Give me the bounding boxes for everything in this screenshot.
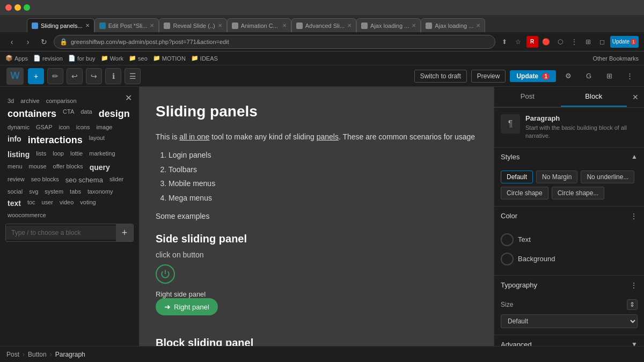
tag-offer-blocks[interactable]: offer blocks bbox=[51, 162, 85, 173]
close-traffic-light[interactable] bbox=[5, 4, 12, 11]
more-options-button[interactable]: ⋮ bbox=[621, 68, 638, 84]
right-panel-button[interactable]: ➜ Right panel bbox=[156, 298, 218, 315]
bookmark-seo[interactable]: 📁 seo bbox=[129, 55, 148, 62]
browser-tab-4[interactable]: Animation C... ✕ bbox=[227, 18, 291, 32]
breadcrumb-button[interactable]: Button bbox=[28, 351, 47, 358]
wp-logo[interactable]: W bbox=[6, 68, 24, 85]
minimize-traffic-light[interactable] bbox=[14, 4, 21, 11]
editor-area[interactable]: Sliding panels This is all in one tool t… bbox=[140, 87, 494, 346]
typography-section-header[interactable]: Typography ⋮ bbox=[494, 276, 644, 295]
tab-close-4[interactable]: ✕ bbox=[282, 23, 287, 28]
tag-svg[interactable]: svg bbox=[27, 187, 40, 196]
star-icon[interactable]: ☆ bbox=[513, 36, 524, 48]
tab-close-2[interactable]: ✕ bbox=[150, 23, 154, 28]
style-default-button[interactable]: Default bbox=[501, 171, 533, 183]
browser-tab-7[interactable]: Ajax loading ... ✕ bbox=[421, 18, 485, 32]
gravatar-icon-button[interactable]: G bbox=[581, 68, 597, 84]
block-search-input[interactable] bbox=[6, 226, 116, 240]
tab-close-6[interactable]: ✕ bbox=[412, 23, 416, 28]
browser-tab-6[interactable]: Ajax loading ... ✕ bbox=[356, 18, 421, 32]
tag-user[interactable]: user bbox=[40, 198, 55, 209]
extension-icon-4[interactable]: ⋮ bbox=[568, 36, 580, 48]
close-sidebar-button[interactable]: ✕ bbox=[122, 91, 135, 104]
tag-taxonomy[interactable]: taxonomy bbox=[85, 187, 115, 196]
undo-button[interactable]: ↩ bbox=[67, 68, 83, 84]
color-section-header[interactable]: Color ⋮ bbox=[494, 206, 644, 226]
browser-tab-5[interactable]: Advanced Sli... ✕ bbox=[291, 18, 356, 32]
breadcrumb-post[interactable]: Post bbox=[6, 351, 19, 358]
style-no-underline-button[interactable]: No underline... bbox=[581, 171, 634, 183]
extension-icon-5[interactable]: ⊞ bbox=[582, 36, 594, 48]
reload-button[interactable]: ↻ bbox=[38, 35, 50, 48]
tag-slider[interactable]: slider bbox=[107, 175, 126, 185]
preview-button[interactable]: Preview bbox=[471, 70, 506, 83]
tag-data[interactable]: data bbox=[78, 107, 94, 121]
extension-icon-2[interactable]: 🔴 bbox=[540, 36, 552, 48]
tag-lists[interactable]: lists bbox=[34, 149, 48, 160]
tag-icon[interactable]: icon bbox=[57, 123, 72, 131]
tag-toc[interactable]: toc bbox=[25, 198, 38, 209]
tag-layout[interactable]: layout bbox=[87, 134, 107, 147]
tag-loop[interactable]: loop bbox=[50, 149, 66, 160]
style-circle-shape2-button[interactable]: Circle shape... bbox=[552, 187, 605, 200]
block-add-button[interactable]: + bbox=[116, 224, 133, 241]
tag-seo-schema[interactable]: seo schema bbox=[63, 175, 105, 185]
extension-icon-6[interactable]: ◻ bbox=[596, 36, 608, 48]
tag-lottie[interactable]: lottie bbox=[68, 149, 85, 160]
style-circle-shape-button[interactable]: Circle shape bbox=[501, 187, 548, 200]
bookmark-work[interactable]: 📁 Work bbox=[101, 55, 123, 62]
browser-tab-1[interactable]: Sliding panels... ✕ bbox=[27, 18, 94, 32]
tag-gsap[interactable]: GSAP bbox=[34, 123, 55, 131]
tag-dynamic[interactable]: dynamic bbox=[5, 123, 32, 131]
power-button[interactable] bbox=[156, 264, 175, 284]
tag-image[interactable]: image bbox=[94, 123, 114, 131]
update-button[interactable]: Update 1 bbox=[510, 70, 556, 82]
share-icon[interactable]: ⬆ bbox=[499, 36, 510, 48]
font-size-select[interactable]: Default bbox=[501, 314, 638, 328]
text-color-swatch[interactable] bbox=[501, 233, 514, 246]
tag-text[interactable]: text bbox=[5, 198, 23, 209]
layout-icon-button[interactable]: ⊞ bbox=[601, 68, 617, 84]
size-expand-button[interactable]: ⇕ bbox=[627, 299, 638, 310]
tag-info[interactable]: info bbox=[5, 134, 24, 147]
tag-interactions[interactable]: interactions bbox=[26, 134, 85, 147]
typography-menu-icon[interactable]: ⋮ bbox=[630, 281, 638, 290]
tab-post[interactable]: Post bbox=[494, 87, 561, 107]
tag-social[interactable]: social bbox=[5, 187, 25, 196]
tag-3d[interactable]: 3d bbox=[5, 97, 16, 105]
right-panel-close-button[interactable]: ✕ bbox=[627, 88, 644, 106]
tag-archive[interactable]: archive bbox=[18, 97, 41, 105]
bookmark-apps[interactable]: 📦 Apps bbox=[5, 55, 28, 62]
tag-listing[interactable]: listing bbox=[5, 149, 32, 160]
tag-menu[interactable]: menu bbox=[5, 162, 25, 173]
extension-icon-3[interactable]: ⬡ bbox=[554, 36, 566, 48]
tab-close-7[interactable]: ✕ bbox=[476, 23, 480, 28]
edit-tool-button[interactable]: ✏ bbox=[47, 68, 63, 84]
redo-button[interactable]: ↪ bbox=[86, 68, 102, 84]
tab-close-1[interactable]: ✕ bbox=[85, 23, 90, 28]
styles-section-header[interactable]: Styles ▲ bbox=[494, 147, 644, 166]
info-button[interactable]: ℹ bbox=[105, 68, 121, 84]
background-color-swatch[interactable] bbox=[501, 253, 514, 265]
settings-icon-button[interactable]: ⚙ bbox=[560, 68, 576, 84]
extension-icon-1[interactable]: R bbox=[526, 36, 538, 48]
tag-icons[interactable]: icons bbox=[74, 123, 92, 131]
tag-seo-blocks[interactable]: seo blocks bbox=[29, 175, 61, 185]
bookmark-ideas[interactable]: 📁 IDEAS bbox=[191, 55, 218, 62]
bookmark-revision[interactable]: 📄 revision bbox=[33, 55, 63, 62]
tab-close-3[interactable]: ✕ bbox=[218, 23, 222, 28]
browser-tab-3[interactable]: Reveal Slide (..) ✕ bbox=[159, 18, 226, 32]
extension-icon-7[interactable]: Update 1 bbox=[610, 36, 639, 48]
switch-to-draft-button[interactable]: Switch to draft bbox=[414, 70, 467, 83]
tag-containers[interactable]: containers bbox=[5, 107, 58, 121]
tag-woocommerce[interactable]: woocommerce bbox=[5, 211, 48, 219]
tag-design[interactable]: design bbox=[97, 107, 132, 121]
style-no-margin-button[interactable]: No Margin bbox=[536, 171, 577, 183]
tag-review[interactable]: review bbox=[5, 175, 27, 185]
tag-cta[interactable]: CTA bbox=[61, 107, 76, 121]
tag-mouse[interactable]: mouse bbox=[27, 162, 49, 173]
tag-marketing[interactable]: marketing bbox=[87, 149, 117, 160]
tag-system[interactable]: system bbox=[42, 187, 65, 196]
tab-block[interactable]: Block bbox=[561, 87, 627, 107]
tag-query[interactable]: query bbox=[87, 162, 112, 173]
